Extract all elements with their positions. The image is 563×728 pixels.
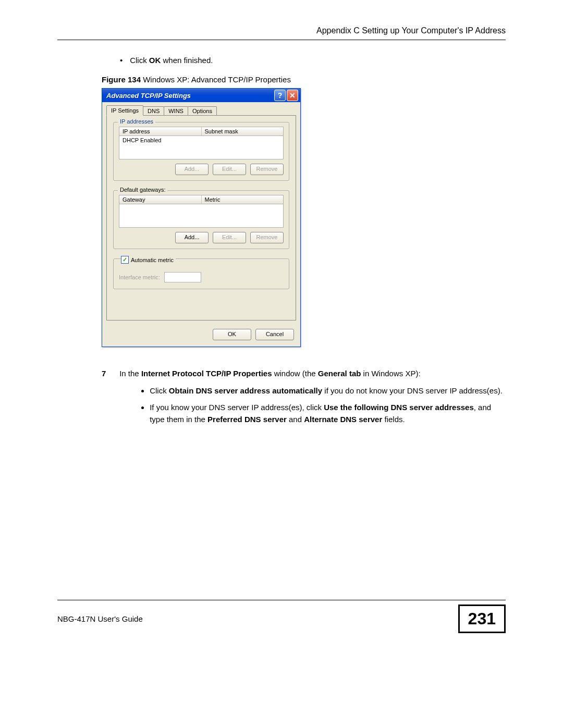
gw-list-body[interactable] [119, 204, 284, 228]
dialog-title: Advanced TCP/IP Settings [106, 92, 191, 100]
step-number: 7 [102, 368, 117, 380]
step-7: 7 In the Internet Protocol TCP/IP Proper… [102, 368, 506, 433]
close-icon[interactable]: ✕ [287, 90, 298, 101]
cancel-button[interactable]: Cancel [255, 329, 294, 340]
step7-bullet-2: If you know your DNS server IP address(e… [150, 402, 505, 425]
tab-dns[interactable]: DNS [143, 106, 164, 115]
gw-add-button[interactable]: Add... [175, 232, 209, 243]
col-subnet-mask[interactable]: Subnet mask [202, 127, 284, 135]
interface-metric-label: Interface metric: [119, 274, 160, 280]
automatic-metric-label: Automatic metric [131, 257, 174, 263]
col-ip-address[interactable]: IP address [119, 127, 202, 135]
gw-group-legend: Default gateways: [118, 187, 167, 193]
gw-list-header: Gateway Metric [119, 195, 284, 204]
intro-bullet: • Click OK when finished. [120, 56, 506, 65]
ip-list-row: DHCP Enabled [123, 137, 280, 143]
automatic-metric-checkbox[interactable]: ✓ Automatic metric [121, 256, 176, 264]
ip-list-body[interactable]: DHCP Enabled [119, 136, 284, 159]
titlebar[interactable]: Advanced TCP/IP Settings ? ✕ [102, 89, 300, 102]
ok-button[interactable]: OK [213, 329, 251, 340]
default-gateways-group: Default gateways: Gateway Metric Add... … [113, 190, 289, 249]
tab-options[interactable]: Options [188, 106, 217, 115]
footer-guide-name: NBG-417N User's Guide [57, 614, 143, 623]
tab-ip-settings[interactable]: IP Settings [106, 105, 143, 116]
gw-remove-button[interactable]: Remove [250, 232, 284, 243]
step7-bullet-1: Click Obtain DNS server address automati… [150, 385, 505, 397]
gw-edit-button[interactable]: Edit... [213, 232, 246, 243]
col-gateway[interactable]: Gateway [119, 195, 202, 204]
col-metric[interactable]: Metric [202, 195, 284, 204]
header-appendix: Appendix C Setting up Your Computer's IP… [57, 26, 506, 35]
page-footer: NBG-417N User's Guide 231 [57, 600, 506, 633]
checkbox-icon: ✓ [121, 256, 129, 264]
metric-group: ✓ Automatic metric Interface metric: [113, 258, 289, 289]
dialog-footer: OK Cancel [102, 325, 300, 347]
tab-panel: IP addresses IP address Subnet mask DHCP… [106, 115, 296, 320]
ip-edit-button[interactable]: Edit... [213, 164, 246, 175]
page-number: 231 [458, 604, 506, 633]
tab-row: IP Settings DNS WINS Options [102, 102, 300, 115]
ip-group-legend: IP addresses [118, 118, 155, 125]
interface-metric-input[interactable] [164, 272, 201, 282]
advanced-tcpip-dialog: Advanced TCP/IP Settings ? ✕ IP Settings… [102, 88, 301, 347]
ip-add-button[interactable]: Add... [175, 164, 209, 175]
ip-addresses-group: IP addresses IP address Subnet mask DHCP… [113, 122, 289, 181]
ip-remove-button[interactable]: Remove [250, 164, 284, 175]
ip-list-header: IP address Subnet mask [119, 127, 284, 136]
help-icon[interactable]: ? [274, 90, 286, 101]
tab-wins[interactable]: WINS [164, 106, 188, 115]
figure-caption: Figure 134 Windows XP: Advanced TCP/IP P… [102, 75, 506, 84]
